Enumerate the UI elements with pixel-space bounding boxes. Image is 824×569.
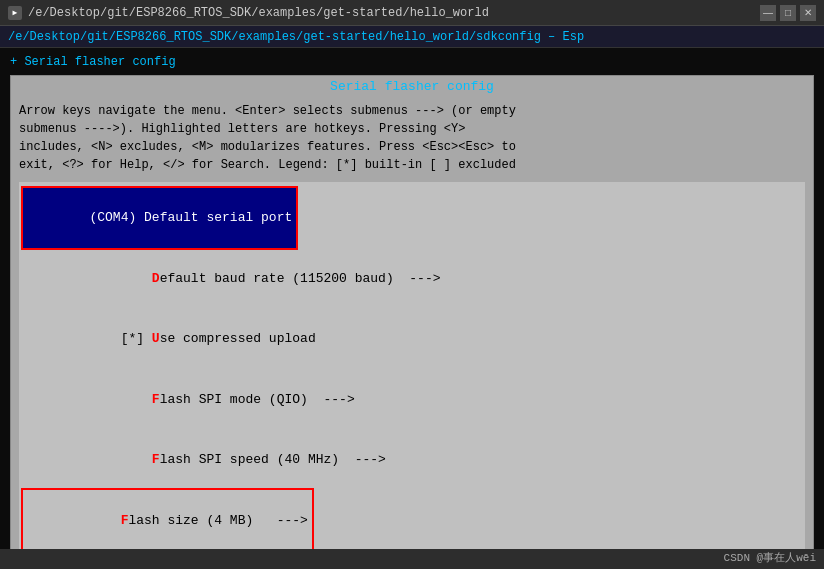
title-bar-left: ▶ /e/Desktop/git/ESP8266_RTOS_SDK/exampl…	[8, 6, 489, 20]
app-icon: ▶	[8, 6, 22, 20]
help-line-2: submenus ---->). Highlighted letters are…	[19, 120, 805, 138]
config-dialog: Serial flasher config Arrow keys navigat…	[10, 75, 814, 569]
hotkey-u: U	[152, 331, 160, 346]
help-line-4: exit, <?> for Help, </> for Search. Lege…	[19, 156, 805, 174]
dialog-title: Serial flasher config	[11, 76, 813, 98]
help-line-1: Arrow keys navigate the menu. <Enter> se…	[19, 102, 805, 120]
hotkey-f2: F	[152, 452, 160, 467]
maximize-button[interactable]: □	[780, 5, 796, 21]
hotkey-d: D	[152, 271, 160, 286]
breadcrumb: + Serial flasher config	[10, 54, 814, 71]
menu-item-label: (COM4) Default serial port	[89, 210, 292, 225]
terminal-area: + Serial flasher config Serial flasher c…	[0, 48, 824, 569]
status-text: CSDN @事在人wēi	[724, 551, 816, 566]
list-item[interactable]: (COM4) Default serial port	[23, 188, 296, 249]
status-bar: CSDN @事在人wēi	[0, 549, 824, 569]
list-item[interactable]: [*] Use compressed upload	[23, 309, 801, 370]
list-item[interactable]: Flash SPI mode (QIO) --->	[23, 369, 801, 430]
help-text: Arrow keys navigate the menu. <Enter> se…	[11, 98, 813, 178]
minimize-button[interactable]: —	[760, 5, 776, 21]
hotkey-f1: F	[152, 392, 160, 407]
list-item[interactable]: Flash size (4 MB) --->	[23, 490, 312, 551]
window-title: /e/Desktop/git/ESP8266_RTOS_SDK/examples…	[28, 6, 489, 20]
close-button[interactable]: ✕	[800, 5, 816, 21]
list-item[interactable]: Flash SPI speed (40 MHz) --->	[23, 430, 801, 491]
menu-area: (COM4) Default serial port Default baud …	[19, 182, 805, 569]
path-text: /e/Desktop/git/ESP8266_RTOS_SDK/examples…	[8, 30, 584, 44]
list-item[interactable]: Default baud rate (115200 baud) --->	[23, 248, 801, 309]
window-controls[interactable]: — □ ✕	[760, 5, 816, 21]
path-bar: /e/Desktop/git/ESP8266_RTOS_SDK/examples…	[0, 26, 824, 48]
title-bar: ▶ /e/Desktop/git/ESP8266_RTOS_SDK/exampl…	[0, 0, 824, 26]
help-line-3: includes, <N> excludes, <M> modularizes …	[19, 138, 805, 156]
